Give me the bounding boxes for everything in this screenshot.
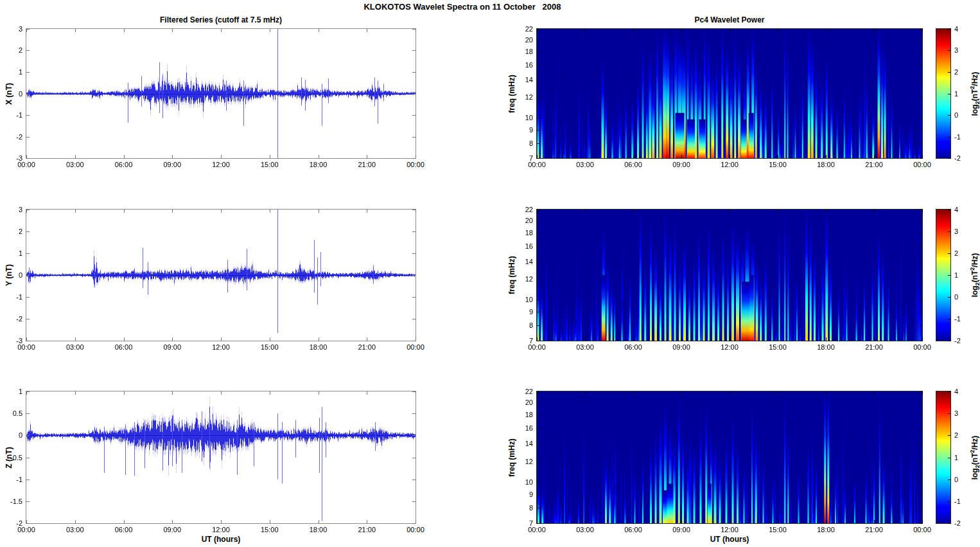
tick-mark: [367, 210, 367, 213]
x-tick-label: 03:00: [576, 526, 594, 534]
freq-axis-label: freq (mHz): [507, 438, 516, 476]
tick-mark: [948, 158, 950, 159]
tick-mark: [26, 231, 30, 232]
y-tick-label: 3: [19, 25, 22, 33]
tick-mark: [172, 210, 173, 213]
x-tick-label: 09:00: [163, 161, 181, 168]
colorbar-label-part: (nT: [970, 453, 979, 465]
x-tick-label: 09:00: [672, 161, 690, 168]
tick-mark: [874, 155, 875, 158]
tick-mark: [920, 158, 922, 159]
tick-mark: [948, 391, 950, 392]
tick-mark: [319, 210, 319, 213]
tick-mark: [920, 65, 922, 66]
tick-mark: [948, 319, 950, 319]
tick-mark: [920, 143, 922, 144]
tick-mark: [778, 155, 778, 158]
x-tick-label: 00:00: [407, 343, 424, 351]
tick-mark: [221, 520, 222, 523]
tick-mark: [221, 155, 222, 158]
tick-mark: [75, 520, 76, 523]
x-tick-label: 12:00: [212, 343, 230, 351]
y-tick-label: 2: [19, 46, 22, 54]
tick-mark: [26, 391, 30, 392]
tick-mark: [585, 29, 586, 32]
tick-mark: [778, 337, 778, 341]
tick-mark: [585, 391, 586, 395]
x-tick-label: 15:00: [261, 526, 279, 534]
tick-mark: [319, 155, 319, 158]
freq-tick-label: 16: [525, 242, 533, 250]
tick-mark: [874, 337, 875, 341]
y-tick-label: 2: [19, 228, 22, 235]
tick-mark: [920, 246, 922, 247]
tick-mark: [948, 458, 950, 458]
x-tick-label: 09:00: [672, 526, 690, 534]
tick-mark: [412, 253, 416, 254]
tick-mark: [319, 29, 319, 32]
tick-mark: [537, 40, 539, 40]
tick-mark: [948, 413, 950, 414]
freq-tick-label: 18: [525, 229, 533, 237]
freq-tick-label: 10: [525, 296, 533, 303]
x-tick-label: 00:00: [913, 526, 931, 534]
tick-mark: [26, 319, 30, 319]
colorbar-tick-label: 1: [954, 90, 958, 98]
x-tick-label: 21:00: [358, 526, 376, 534]
x-tick-label: 06:00: [115, 526, 133, 534]
colorbar-label-part: 2: [969, 267, 976, 271]
tick-mark: [730, 155, 730, 158]
tick-mark: [920, 312, 922, 312]
tick-mark: [26, 458, 30, 458]
colorbar-tick-label: 4: [954, 206, 958, 213]
tick-mark: [537, 325, 539, 326]
freq-axis-label: freq (mHz): [507, 75, 516, 112]
freq-tick-label: 9: [529, 308, 533, 316]
tick-mark: [537, 279, 539, 280]
colorbar-tick-label: 3: [954, 46, 958, 54]
colorbar-tick-label: -1: [954, 133, 961, 141]
panel-wavelet-y: freq (mHz) 00:0003:0006:0009:0012:0015:0…: [536, 209, 923, 341]
tick-mark: [124, 155, 125, 158]
colorbar-label-part: log: [970, 104, 979, 116]
tick-mark: [412, 50, 416, 51]
x-tick-label: 06:00: [624, 343, 642, 351]
tick-mark: [730, 520, 730, 523]
tick-mark: [537, 523, 539, 524]
tick-mark: [920, 428, 922, 429]
tick-mark: [26, 50, 30, 51]
tick-mark: [221, 210, 222, 213]
x-tick-label: 21:00: [358, 161, 376, 168]
colorbar-tick-label: -1: [954, 498, 961, 505]
x-tick-label: 18:00: [310, 161, 328, 168]
tick-mark: [920, 462, 922, 462]
freq-tick-label: 18: [525, 411, 533, 418]
freq-tick-label: 9: [529, 490, 533, 498]
x-tick-label: 12:00: [212, 526, 230, 534]
x-tick-label: 09:00: [163, 343, 181, 351]
tick-mark: [537, 428, 539, 429]
tick-mark: [920, 300, 922, 300]
y-tick-label: -1.5: [10, 498, 22, 505]
colorbar-tick-label: 0: [954, 293, 958, 301]
colorbar-label-part: 2: [974, 465, 980, 468]
y-tick-label: 0: [19, 90, 22, 98]
freq-tick-label: 10: [525, 478, 533, 486]
tick-mark: [26, 275, 30, 276]
colorbar-label-part: log: [970, 468, 979, 480]
freq-tick-label: 12: [525, 275, 533, 283]
tick-mark: [826, 210, 827, 213]
tick-mark: [948, 50, 950, 51]
x-tick-label: 18:00: [817, 343, 835, 351]
tick-mark: [537, 233, 539, 233]
x-tick-label: 21:00: [358, 343, 376, 351]
tick-mark: [26, 29, 30, 30]
x-tick-label: 06:00: [624, 526, 642, 534]
tick-mark: [221, 29, 222, 32]
x-tick-label: 00:00: [407, 526, 424, 534]
tick-mark: [416, 210, 416, 213]
tick-mark: [874, 210, 875, 213]
tick-mark: [412, 72, 416, 73]
tick-mark: [26, 137, 30, 138]
tick-mark: [367, 29, 367, 32]
